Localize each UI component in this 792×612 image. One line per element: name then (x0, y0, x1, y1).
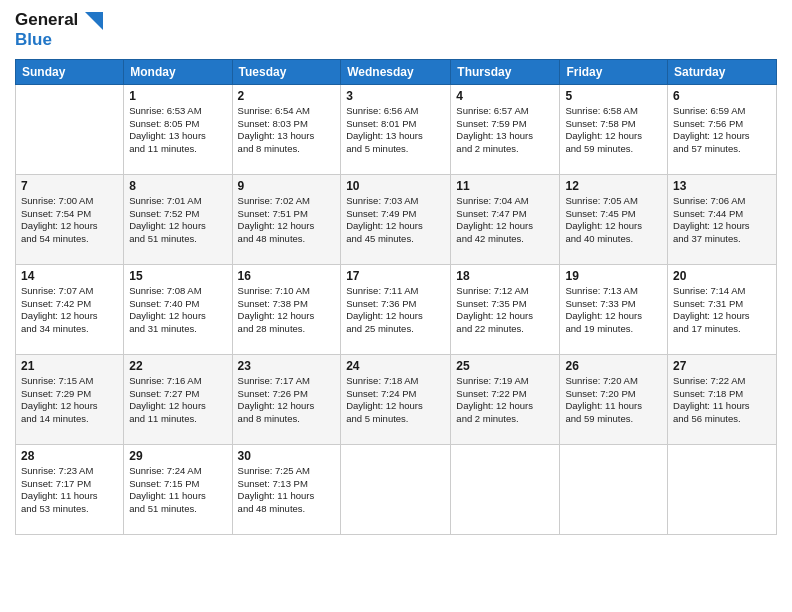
cell-day-number: 25 (456, 359, 554, 373)
calendar-week-row: 7Sunrise: 7:00 AMSunset: 7:54 PMDaylight… (16, 174, 777, 264)
cell-day-number: 21 (21, 359, 118, 373)
calendar-cell (560, 444, 668, 534)
cell-info: Sunrise: 7:10 AMSunset: 7:38 PMDaylight:… (238, 285, 336, 336)
cell-info: Sunrise: 7:05 AMSunset: 7:45 PMDaylight:… (565, 195, 662, 246)
cell-day-number: 22 (129, 359, 226, 373)
cell-info: Sunrise: 7:00 AMSunset: 7:54 PMDaylight:… (21, 195, 118, 246)
cell-info: Sunrise: 7:16 AMSunset: 7:27 PMDaylight:… (129, 375, 226, 426)
cell-info: Sunrise: 7:07 AMSunset: 7:42 PMDaylight:… (21, 285, 118, 336)
calendar-cell: 30Sunrise: 7:25 AMSunset: 7:13 PMDayligh… (232, 444, 341, 534)
cell-day-number: 14 (21, 269, 118, 283)
calendar-cell: 28Sunrise: 7:23 AMSunset: 7:17 PMDayligh… (16, 444, 124, 534)
cell-day-number: 4 (456, 89, 554, 103)
cell-info: Sunrise: 7:04 AMSunset: 7:47 PMDaylight:… (456, 195, 554, 246)
calendar-cell (668, 444, 777, 534)
cell-day-number: 8 (129, 179, 226, 193)
cell-day-number: 20 (673, 269, 771, 283)
calendar-cell: 9Sunrise: 7:02 AMSunset: 7:51 PMDaylight… (232, 174, 341, 264)
cell-info: Sunrise: 7:25 AMSunset: 7:13 PMDaylight:… (238, 465, 336, 516)
cell-day-number: 29 (129, 449, 226, 463)
calendar-week-row: 1Sunrise: 6:53 AMSunset: 8:05 PMDaylight… (16, 84, 777, 174)
cell-info: Sunrise: 7:12 AMSunset: 7:35 PMDaylight:… (456, 285, 554, 336)
cell-day-number: 1 (129, 89, 226, 103)
logo-triangle-icon (85, 12, 103, 30)
cell-info: Sunrise: 7:22 AMSunset: 7:18 PMDaylight:… (673, 375, 771, 426)
logo-text: General Blue (15, 10, 103, 51)
calendar-cell: 5Sunrise: 6:58 AMSunset: 7:58 PMDaylight… (560, 84, 668, 174)
calendar-cell: 20Sunrise: 7:14 AMSunset: 7:31 PMDayligh… (668, 264, 777, 354)
cell-info: Sunrise: 7:15 AMSunset: 7:29 PMDaylight:… (21, 375, 118, 426)
day-header-friday: Friday (560, 59, 668, 84)
calendar-cell: 26Sunrise: 7:20 AMSunset: 7:20 PMDayligh… (560, 354, 668, 444)
cell-info: Sunrise: 7:14 AMSunset: 7:31 PMDaylight:… (673, 285, 771, 336)
cell-info: Sunrise: 6:54 AMSunset: 8:03 PMDaylight:… (238, 105, 336, 156)
cell-day-number: 19 (565, 269, 662, 283)
calendar-cell: 27Sunrise: 7:22 AMSunset: 7:18 PMDayligh… (668, 354, 777, 444)
calendar-cell: 4Sunrise: 6:57 AMSunset: 7:59 PMDaylight… (451, 84, 560, 174)
cell-day-number: 6 (673, 89, 771, 103)
cell-info: Sunrise: 7:11 AMSunset: 7:36 PMDaylight:… (346, 285, 445, 336)
calendar-cell: 3Sunrise: 6:56 AMSunset: 8:01 PMDaylight… (341, 84, 451, 174)
cell-info: Sunrise: 6:56 AMSunset: 8:01 PMDaylight:… (346, 105, 445, 156)
cell-day-number: 30 (238, 449, 336, 463)
calendar-cell: 23Sunrise: 7:17 AMSunset: 7:26 PMDayligh… (232, 354, 341, 444)
cell-info: Sunrise: 6:53 AMSunset: 8:05 PMDaylight:… (129, 105, 226, 156)
calendar-week-row: 28Sunrise: 7:23 AMSunset: 7:17 PMDayligh… (16, 444, 777, 534)
calendar-cell: 21Sunrise: 7:15 AMSunset: 7:29 PMDayligh… (16, 354, 124, 444)
cell-info: Sunrise: 7:06 AMSunset: 7:44 PMDaylight:… (673, 195, 771, 246)
day-header-thursday: Thursday (451, 59, 560, 84)
calendar-cell: 15Sunrise: 7:08 AMSunset: 7:40 PMDayligh… (124, 264, 232, 354)
cell-info: Sunrise: 6:59 AMSunset: 7:56 PMDaylight:… (673, 105, 771, 156)
calendar-cell: 12Sunrise: 7:05 AMSunset: 7:45 PMDayligh… (560, 174, 668, 264)
svg-marker-0 (85, 12, 103, 30)
cell-info: Sunrise: 7:20 AMSunset: 7:20 PMDaylight:… (565, 375, 662, 426)
calendar-cell: 1Sunrise: 6:53 AMSunset: 8:05 PMDaylight… (124, 84, 232, 174)
cell-info: Sunrise: 7:01 AMSunset: 7:52 PMDaylight:… (129, 195, 226, 246)
cell-day-number: 10 (346, 179, 445, 193)
calendar-cell: 22Sunrise: 7:16 AMSunset: 7:27 PMDayligh… (124, 354, 232, 444)
day-header-saturday: Saturday (668, 59, 777, 84)
cell-day-number: 2 (238, 89, 336, 103)
calendar-cell: 2Sunrise: 6:54 AMSunset: 8:03 PMDaylight… (232, 84, 341, 174)
calendar-week-row: 14Sunrise: 7:07 AMSunset: 7:42 PMDayligh… (16, 264, 777, 354)
calendar-week-row: 21Sunrise: 7:15 AMSunset: 7:29 PMDayligh… (16, 354, 777, 444)
cell-info: Sunrise: 7:19 AMSunset: 7:22 PMDaylight:… (456, 375, 554, 426)
day-header-sunday: Sunday (16, 59, 124, 84)
day-header-tuesday: Tuesday (232, 59, 341, 84)
calendar-cell (16, 84, 124, 174)
logo: General Blue (15, 10, 103, 51)
cell-info: Sunrise: 7:02 AMSunset: 7:51 PMDaylight:… (238, 195, 336, 246)
calendar-cell: 19Sunrise: 7:13 AMSunset: 7:33 PMDayligh… (560, 264, 668, 354)
cell-info: Sunrise: 6:57 AMSunset: 7:59 PMDaylight:… (456, 105, 554, 156)
calendar-cell: 29Sunrise: 7:24 AMSunset: 7:15 PMDayligh… (124, 444, 232, 534)
calendar-cell: 11Sunrise: 7:04 AMSunset: 7:47 PMDayligh… (451, 174, 560, 264)
calendar-cell: 13Sunrise: 7:06 AMSunset: 7:44 PMDayligh… (668, 174, 777, 264)
calendar-header-row: SundayMondayTuesdayWednesdayThursdayFrid… (16, 59, 777, 84)
calendar-cell: 16Sunrise: 7:10 AMSunset: 7:38 PMDayligh… (232, 264, 341, 354)
cell-day-number: 15 (129, 269, 226, 283)
cell-day-number: 23 (238, 359, 336, 373)
cell-day-number: 9 (238, 179, 336, 193)
cell-day-number: 17 (346, 269, 445, 283)
calendar-cell: 8Sunrise: 7:01 AMSunset: 7:52 PMDaylight… (124, 174, 232, 264)
calendar-cell (341, 444, 451, 534)
cell-day-number: 18 (456, 269, 554, 283)
calendar-cell: 17Sunrise: 7:11 AMSunset: 7:36 PMDayligh… (341, 264, 451, 354)
cell-day-number: 12 (565, 179, 662, 193)
cell-info: Sunrise: 7:03 AMSunset: 7:49 PMDaylight:… (346, 195, 445, 246)
calendar-cell: 6Sunrise: 6:59 AMSunset: 7:56 PMDaylight… (668, 84, 777, 174)
calendar-cell: 7Sunrise: 7:00 AMSunset: 7:54 PMDaylight… (16, 174, 124, 264)
cell-day-number: 28 (21, 449, 118, 463)
cell-day-number: 26 (565, 359, 662, 373)
cell-day-number: 5 (565, 89, 662, 103)
calendar-cell: 24Sunrise: 7:18 AMSunset: 7:24 PMDayligh… (341, 354, 451, 444)
calendar-cell: 18Sunrise: 7:12 AMSunset: 7:35 PMDayligh… (451, 264, 560, 354)
cell-info: Sunrise: 7:08 AMSunset: 7:40 PMDaylight:… (129, 285, 226, 336)
cell-day-number: 27 (673, 359, 771, 373)
cell-day-number: 7 (21, 179, 118, 193)
cell-info: Sunrise: 7:13 AMSunset: 7:33 PMDaylight:… (565, 285, 662, 336)
cell-day-number: 11 (456, 179, 554, 193)
cell-info: Sunrise: 7:23 AMSunset: 7:17 PMDaylight:… (21, 465, 118, 516)
day-header-monday: Monday (124, 59, 232, 84)
cell-info: Sunrise: 6:58 AMSunset: 7:58 PMDaylight:… (565, 105, 662, 156)
